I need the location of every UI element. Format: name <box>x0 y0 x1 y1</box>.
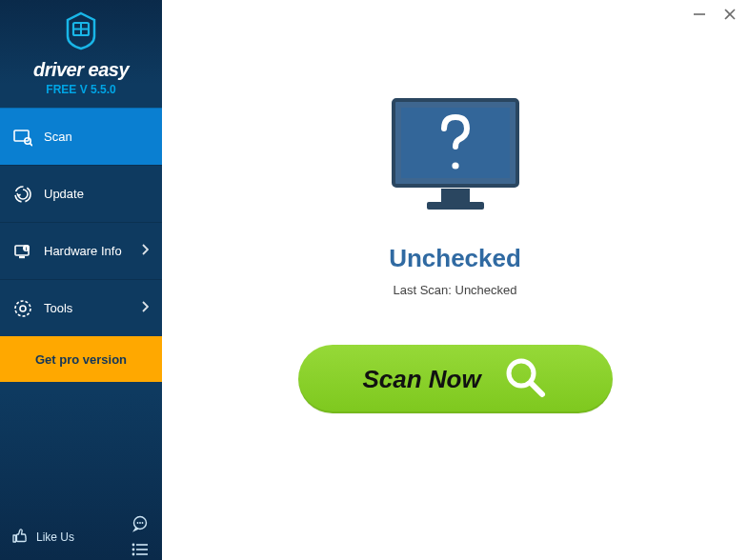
get-pro-button[interactable]: Get pro version <box>0 336 162 382</box>
sidebar-spacer <box>0 382 162 518</box>
close-button[interactable] <box>721 6 738 23</box>
logo-icon <box>60 10 102 55</box>
svg-line-32 <box>531 383 542 394</box>
svg-point-14 <box>137 522 139 524</box>
like-us-button[interactable]: Like Us <box>11 528 74 548</box>
sidebar-item-hardware-info[interactable]: i Hardware Info <box>0 222 162 279</box>
window-controls <box>691 6 738 23</box>
chevron-right-icon <box>141 244 149 258</box>
nav: Scan Update i Hardware Info Tools <box>0 108 162 336</box>
thumb-up-icon <box>11 528 29 548</box>
status-subtitle: Last Scan: Unchecked <box>393 283 516 297</box>
brand-name: driver easy <box>33 59 129 81</box>
update-icon <box>13 185 32 204</box>
svg-point-17 <box>132 544 135 547</box>
sidebar-item-label: Hardware Info <box>44 244 122 258</box>
version-label: FREE V 5.5.0 <box>46 83 115 96</box>
like-us-label: Like Us <box>36 530 74 544</box>
sidebar-item-scan[interactable]: Scan <box>0 108 162 165</box>
menu-icon[interactable] <box>131 543 149 559</box>
svg-point-21 <box>132 553 135 556</box>
svg-point-16 <box>142 522 144 524</box>
svg-point-11 <box>15 301 30 316</box>
status-block: Unchecked Last Scan: Unchecked <box>384 95 527 297</box>
status-title: Unchecked <box>389 244 521 273</box>
svg-point-15 <box>139 522 141 524</box>
svg-point-12 <box>20 306 26 311</box>
tools-icon <box>13 299 32 318</box>
chevron-right-icon <box>141 301 149 315</box>
sidebar-item-tools[interactable]: Tools <box>0 279 162 336</box>
svg-point-19 <box>132 549 135 551</box>
sidebar-item-update[interactable]: Update <box>0 165 162 222</box>
svg-line-5 <box>30 143 32 146</box>
monitor-unknown-icon <box>384 95 527 223</box>
svg-rect-29 <box>427 202 484 210</box>
hardware-info-icon: i <box>13 242 32 261</box>
main-panel: Unchecked Last Scan: Unchecked Scan Now <box>162 0 748 560</box>
scan-now-button[interactable]: Scan Now <box>298 345 613 413</box>
sidebar-item-label: Update <box>44 187 84 201</box>
scan-icon <box>13 128 32 147</box>
magnify-icon <box>502 354 548 404</box>
sidebar-bottom-row: Like Us <box>0 518 162 560</box>
sidebar-item-label: Tools <box>44 301 72 315</box>
svg-rect-8 <box>19 256 25 258</box>
svg-rect-28 <box>441 189 470 202</box>
feedback-icon[interactable] <box>131 515 149 535</box>
svg-point-30 <box>452 162 458 169</box>
logo-block: driver easy FREE V 5.5.0 <box>0 0 162 104</box>
scan-now-label: Scan Now <box>362 365 480 394</box>
sidebar-item-label: Scan <box>44 130 72 144</box>
get-pro-label: Get pro version <box>35 352 127 367</box>
sidebar: driver easy FREE V 5.5.0 Scan Update i H… <box>0 0 162 560</box>
minimize-button[interactable] <box>691 6 708 23</box>
svg-rect-3 <box>14 130 29 141</box>
